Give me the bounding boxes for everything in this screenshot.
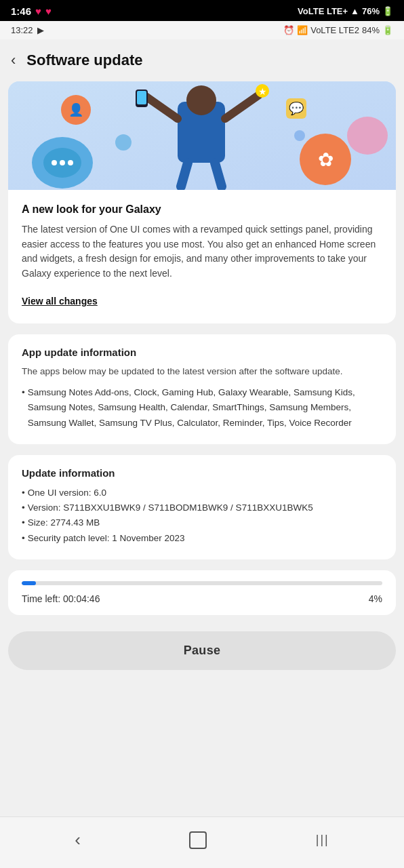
time-left-label: Time left: 00:04:46: [22, 593, 100, 604]
svg-line-13: [215, 163, 222, 186]
app-list-text: Samsung Notes Add-ons, Clock, Gaming Hub…: [28, 385, 382, 431]
notif-battery: 84%: [362, 25, 380, 35]
hero-illustration: 👤 ★ ✿: [8, 81, 396, 190]
bullet-dot: •: [22, 486, 25, 500]
pause-button-wrapper: Pause: [0, 626, 404, 684]
heart-icon-2: ♥: [45, 5, 52, 17]
battery-label: 76%: [362, 6, 380, 16]
notif-bar-right: ⏰ 📶 VoLTE LTE2 84% 🔋: [283, 25, 393, 35]
recents-nav-button[interactable]: |||: [302, 829, 343, 851]
svg-line-12: [181, 163, 188, 186]
bottom-navigation: ‹ |||: [0, 816, 404, 868]
hero-description: The latest version of One UI comes with …: [22, 222, 382, 281]
bullet-dot: •: [22, 385, 25, 431]
pause-button[interactable]: Pause: [8, 631, 396, 670]
svg-point-4: [60, 160, 65, 165]
alarm-icon: ⏰: [283, 25, 294, 35]
bullet-dot: •: [22, 515, 25, 530]
progress-bar-fill: [22, 581, 36, 585]
update-info-body: Update information • One UI version: 6.0…: [8, 455, 396, 559]
notif-bar-left: 13:22 ▶: [11, 25, 44, 35]
progress-bar-background: [22, 581, 382, 585]
wifi-icon: 📶: [297, 25, 308, 35]
signal-icon: ▲: [350, 6, 359, 16]
svg-point-5: [68, 160, 73, 165]
status-bar-right: VoLTE LTE+ ▲ 76% 🔋: [298, 6, 393, 16]
app-update-card: App update information The apps below ma…: [8, 334, 396, 444]
heart-icon-1: ♥: [35, 5, 41, 17]
hero-body: A new look for your Galaxy The latest ve…: [8, 190, 396, 323]
progress-card: Time left: 00:04:46 4%: [8, 570, 396, 615]
page-title: Software update: [26, 52, 142, 69]
progress-info: Time left: 00:04:46 4%: [22, 593, 382, 604]
hero-card: 👤 ★ ✿: [8, 81, 396, 323]
svg-text:👤: 👤: [68, 102, 84, 117]
notif-time: 13:22: [11, 25, 33, 35]
app-update-body: App update information The apps below ma…: [8, 334, 396, 444]
app-list-item: • Samsung Notes Add-ons, Clock, Gaming H…: [22, 385, 382, 431]
view-all-changes-link[interactable]: View all changes: [22, 296, 98, 307]
time-display: 1:46: [11, 5, 31, 17]
svg-text:💬: 💬: [289, 101, 304, 116]
back-button[interactable]: ‹: [5, 49, 21, 72]
svg-point-24: [294, 130, 305, 141]
svg-text:★: ★: [258, 86, 267, 97]
update-info-item: • Version: S711BXXU1BWK9 / S711BODM1BWK9…: [22, 500, 382, 515]
notif-forward-icon: ▶: [37, 25, 44, 35]
notification-bar: 13:22 ▶ ⏰ 📶 VoLTE LTE2 84% 🔋: [0, 21, 404, 39]
back-nav-button[interactable]: ‹: [61, 825, 94, 854]
app-update-title: App update information: [22, 347, 382, 358]
percent-label: 4%: [369, 593, 382, 604]
update-info-item: • One UI version: 6.0: [22, 486, 382, 500]
page-header: ‹ Software update: [0, 39, 404, 81]
svg-point-22: [347, 117, 388, 155]
home-nav-button[interactable]: [189, 831, 207, 849]
app-update-desc: The apps below may be updated to the lat…: [22, 365, 382, 378]
update-info-item: • Size: 2774.43 MB: [22, 515, 382, 530]
notif-network: VoLTE LTE2: [310, 25, 359, 35]
update-info-list: • One UI version: 6.0• Version: S711BXXU…: [22, 486, 382, 546]
hero-headline: A new look for your Galaxy: [22, 203, 382, 216]
update-info-title: Update information: [22, 467, 382, 479]
battery-icon: 🔋: [382, 6, 393, 16]
bullet-dot: •: [22, 531, 25, 546]
svg-point-3: [52, 160, 57, 165]
bullet-dot: •: [22, 500, 25, 515]
svg-point-23: [115, 134, 132, 151]
svg-point-9: [186, 85, 216, 115]
svg-text:✿: ✿: [318, 149, 334, 170]
update-info-card: Update information • One UI version: 6.0…: [8, 455, 396, 559]
network-label: VoLTE LTE+: [298, 6, 348, 16]
notif-battery-icon: 🔋: [382, 25, 393, 35]
app-update-apps: • Samsung Notes Add-ons, Clock, Gaming H…: [22, 385, 382, 431]
update-info-item: • Security patch level: 1 November 2023: [22, 531, 382, 546]
main-content: ‹ Software update: [0, 39, 404, 819]
status-bar-left: 1:46 ♥ ♥: [11, 5, 52, 17]
svg-rect-15: [137, 91, 146, 104]
status-bar-top: 1:46 ♥ ♥ VoLTE LTE+ ▲ 76% 🔋: [0, 0, 404, 21]
